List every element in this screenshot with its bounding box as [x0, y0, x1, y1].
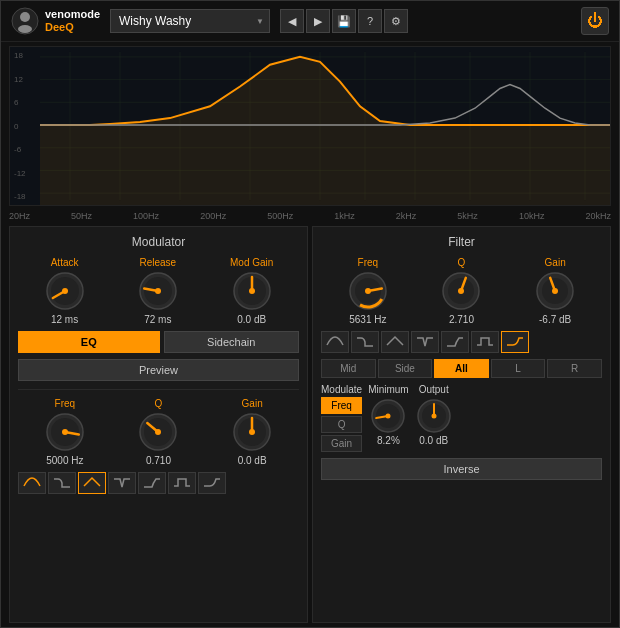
mod-freq-group: Freq 5000 Hz — [44, 398, 86, 466]
svg-point-40 — [365, 288, 371, 294]
mod-freq-value: 5000 Hz — [46, 455, 83, 466]
filter-type-shelf-l[interactable] — [351, 331, 379, 353]
ch-r-button[interactable]: R — [547, 359, 602, 378]
preset-wrapper[interactable]: Wishy Washy ▼ — [110, 9, 270, 33]
filter-btn-shelf-r[interactable] — [138, 472, 166, 494]
header: venomode DeeQ Wishy Washy ▼ ◀ ▶ 💾 ? ⚙ ⏻ — [1, 1, 619, 42]
channel-buttons: Mid Side All L R — [321, 359, 602, 378]
filter-btn-shelf-l[interactable] — [48, 472, 76, 494]
preset-select[interactable]: Wishy Washy — [110, 9, 270, 33]
filter-freq-group: Freq 5631 Hz — [347, 257, 389, 325]
mod-gain-value: 0.0 dB — [237, 314, 266, 325]
output-knob[interactable] — [415, 397, 453, 435]
prev-button[interactable]: ◀ — [280, 9, 304, 33]
release-group: Release 72 ms — [137, 257, 179, 325]
filter-q-group: Q 2.710 — [440, 257, 482, 325]
modulator-title: Modulator — [18, 235, 299, 249]
header-buttons: ◀ ▶ 💾 ? ⚙ — [280, 9, 408, 33]
attack-group: Attack 12 ms — [44, 257, 86, 325]
filter-type-bandpass[interactable] — [471, 331, 499, 353]
mod-filter-types — [18, 472, 299, 494]
svg-point-37 — [249, 429, 255, 435]
mod-gain2-group: Gain 0.0 dB — [231, 398, 273, 466]
modulate-section-label: Modulate — [321, 384, 362, 395]
filter-freq-knob[interactable] — [347, 270, 389, 312]
mod-gain-knob[interactable] — [231, 270, 273, 312]
logo-area: venomode DeeQ — [11, 7, 100, 35]
filter-q-label: Q — [458, 257, 466, 268]
ch-mid-button[interactable]: Mid — [321, 359, 376, 378]
svg-point-31 — [62, 429, 68, 435]
next-button[interactable]: ▶ — [306, 9, 330, 33]
svg-point-25 — [155, 288, 161, 294]
filter-type-shelf-r[interactable] — [441, 331, 469, 353]
mod-q-label: Q — [155, 398, 163, 409]
filter-btn-bandpass[interactable] — [168, 472, 196, 494]
filter-type-hp[interactable] — [501, 331, 529, 353]
svg-point-46 — [552, 288, 558, 294]
filter-btn-hp[interactable] — [198, 472, 226, 494]
mod-gain-item[interactable]: Gain — [321, 435, 362, 452]
ch-all-button[interactable]: All — [434, 359, 489, 378]
eq-curve-display — [10, 47, 610, 205]
filter-type-peak[interactable] — [381, 331, 409, 353]
minimum-label: Minimum — [368, 384, 409, 395]
eq-display: 18 12 6 0 -6 -12 -18 — [9, 46, 611, 206]
save-button[interactable]: 💾 — [332, 9, 356, 33]
svg-point-52 — [431, 414, 436, 419]
filter-btn-bell[interactable] — [18, 472, 46, 494]
mod-gain-label: Mod Gain — [230, 257, 273, 268]
db-labels: 18 12 6 0 -6 -12 -18 — [14, 47, 26, 205]
attack-knob[interactable] — [44, 270, 86, 312]
ch-l-button[interactable]: L — [491, 359, 546, 378]
svg-point-43 — [458, 288, 464, 294]
settings-button[interactable]: ⚙ — [384, 9, 408, 33]
svg-point-34 — [155, 429, 161, 435]
mod-freq-knob[interactable] — [44, 411, 86, 453]
modulator-panel: Modulator Attack 12 ms Release — [9, 226, 308, 623]
preview-button[interactable]: Preview — [18, 359, 299, 381]
filter-gain-knob[interactable] — [534, 270, 576, 312]
power-button[interactable]: ⏻ — [581, 7, 609, 35]
output-value: 0.0 dB — [419, 435, 448, 446]
mod-gain-group: Mod Gain 0.0 dB — [230, 257, 273, 325]
minimum-knob[interactable] — [369, 397, 407, 435]
sidechain-button[interactable]: Sidechain — [164, 331, 300, 353]
minimum-value: 8.2% — [377, 435, 400, 446]
filter-btn-peak[interactable] — [78, 472, 106, 494]
help-button[interactable]: ? — [358, 9, 382, 33]
filter-type-notch[interactable] — [411, 331, 439, 353]
mod-q-item[interactable]: Q — [321, 416, 362, 433]
filter-gain-label: Gain — [545, 257, 566, 268]
filter-btn-notch[interactable] — [108, 472, 136, 494]
eq-button[interactable]: EQ — [18, 331, 160, 353]
mod-q-value: 0.710 — [146, 455, 171, 466]
filter-panel: Filter Freq 5631 Hz Q — [312, 226, 611, 623]
attack-value: 12 ms — [51, 314, 78, 325]
mod-freq-label: Freq — [55, 398, 76, 409]
modulator-knobs-row: Attack 12 ms Release — [18, 257, 299, 325]
mod-q-knob[interactable] — [137, 411, 179, 453]
mod-q-group: Q 0.710 — [137, 398, 179, 466]
filter-type-bell[interactable] — [321, 331, 349, 353]
svg-point-28 — [249, 288, 255, 294]
mod-freq-item[interactable]: Freq — [321, 397, 362, 414]
plugin-container: venomode DeeQ Wishy Washy ▼ ◀ ▶ 💾 ? ⚙ ⏻ … — [0, 0, 620, 628]
product-name: DeeQ — [45, 21, 100, 34]
output-col: Output 0.0 dB — [415, 384, 453, 452]
release-label: Release — [139, 257, 176, 268]
output-label: Output — [419, 384, 449, 395]
modulate-col: Modulate Freq Q Gain — [321, 384, 362, 452]
mod-gain2-value: 0.0 dB — [238, 455, 267, 466]
ch-side-button[interactable]: Side — [378, 359, 433, 378]
filter-q-knob[interactable] — [440, 270, 482, 312]
filter-filter-types — [321, 331, 602, 353]
eq-sidechain-row: EQ Sidechain — [18, 331, 299, 353]
filter-freq-label: Freq — [358, 257, 379, 268]
inverse-button[interactable]: Inverse — [321, 458, 602, 480]
modulate-list: Freq Q Gain — [321, 397, 362, 452]
release-knob[interactable] — [137, 270, 179, 312]
mod-gain2-knob[interactable] — [231, 411, 273, 453]
mod-gain2-label: Gain — [242, 398, 263, 409]
filter-q-value: 2.710 — [449, 314, 474, 325]
